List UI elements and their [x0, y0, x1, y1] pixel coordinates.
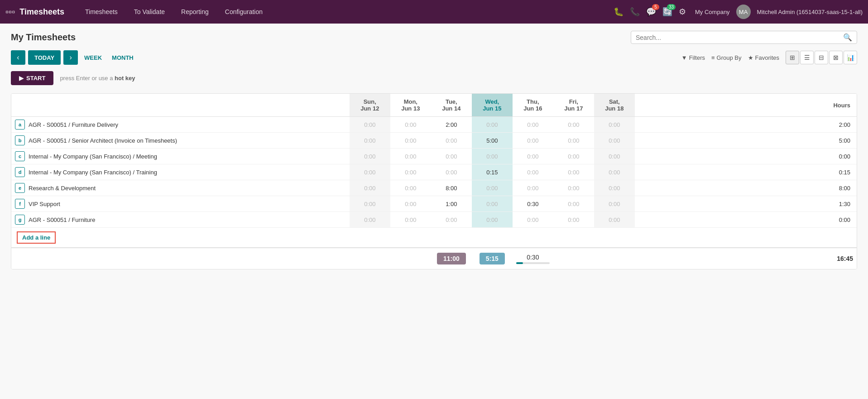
- next-button[interactable]: ›: [63, 50, 78, 65]
- cell-mon[interactable]: 0:00: [390, 196, 431, 212]
- week-view-label: WEEK: [81, 54, 106, 61]
- chart-view-button[interactable]: 📊: [844, 51, 857, 64]
- cell-mon[interactable]: 0:00: [390, 164, 431, 180]
- cell-tue[interactable]: 0:00: [431, 133, 472, 149]
- cell-sat[interactable]: 0:00: [594, 164, 635, 180]
- search-icon[interactable]: 🔍: [843, 33, 852, 42]
- task-cell[interactable]: a AGR - S00051 / Furniture Delivery: [11, 117, 350, 133]
- bug-icon[interactable]: 🐛: [614, 7, 623, 17]
- cell-sun[interactable]: 0:00: [350, 133, 390, 149]
- kanban-view-button[interactable]: ⊞: [786, 51, 799, 64]
- cell-thu[interactable]: 0:00: [513, 212, 553, 228]
- nav-to-validate[interactable]: To Validate: [126, 0, 173, 24]
- cell-thu[interactable]: 0:00: [513, 180, 553, 196]
- nav-menu: Timesheets To Validate Reporting Configu…: [77, 0, 271, 24]
- cell-mon[interactable]: 0:00: [390, 180, 431, 196]
- task-cell[interactable]: e Research & Development: [11, 180, 350, 196]
- cell-fri[interactable]: 0:00: [553, 164, 594, 180]
- cell-sat[interactable]: 0:00: [594, 149, 635, 164]
- cell-thu[interactable]: 0:00: [513, 164, 553, 180]
- task-cell[interactable]: b AGR - S00051 / Senior Architect (Invoi…: [11, 133, 350, 149]
- cell-thu[interactable]: 0:00: [513, 133, 553, 149]
- cell-tue[interactable]: 8:00: [431, 180, 472, 196]
- cell-wed[interactable]: 0:00: [472, 180, 513, 196]
- filters-button[interactable]: ▼ Filters: [681, 54, 705, 61]
- cell-mon[interactable]: 0:00: [390, 117, 431, 133]
- cell-tue[interactable]: 2:00: [431, 117, 472, 133]
- pivot-view-button[interactable]: ⊠: [829, 51, 843, 64]
- phone-icon[interactable]: 📞: [630, 7, 640, 17]
- toolbar-right: ▼ Filters ≡ Group By ★ Favorites ⊞ ☰ ⊟ ⊠…: [681, 51, 857, 64]
- cell-tue[interactable]: 1:00: [431, 196, 472, 212]
- cell-wed[interactable]: 0:00: [472, 196, 513, 212]
- apps-icon[interactable]: ▫▫▫: [5, 7, 15, 17]
- cell-sun[interactable]: 0:00: [350, 117, 390, 133]
- cell-fri[interactable]: 0:00: [553, 180, 594, 196]
- task-cell[interactable]: f VIP Support: [11, 196, 350, 212]
- cell-sun[interactable]: 0:00: [350, 180, 390, 196]
- cell-thu[interactable]: 0:00: [513, 117, 553, 133]
- cell-sat[interactable]: 0:00: [594, 196, 635, 212]
- cell-wed[interactable]: 0:00: [472, 149, 513, 164]
- cell-fri[interactable]: 0:00: [553, 212, 594, 228]
- cell-sun[interactable]: 0:00: [350, 212, 390, 228]
- task-cell[interactable]: c Internal - My Company (San Francisco) …: [11, 149, 350, 164]
- task-cell[interactable]: d Internal - My Company (San Francisco) …: [11, 164, 350, 180]
- favorites-button[interactable]: ★ Favorites: [748, 54, 779, 61]
- search-input[interactable]: [636, 34, 843, 41]
- task-cell[interactable]: g AGR - S00051 / Furniture: [11, 212, 350, 228]
- total-thu: 0:30: [513, 248, 553, 269]
- col-wed: Wed,Jun 15: [472, 94, 513, 117]
- cell-sat[interactable]: 0:00: [594, 133, 635, 149]
- cell-wed[interactable]: 0:00: [472, 212, 513, 228]
- avatar[interactable]: MA: [736, 5, 751, 19]
- cell-sat[interactable]: 0:00: [594, 180, 635, 196]
- cell-sat[interactable]: 0:00: [594, 212, 635, 228]
- cell-mon[interactable]: 0:00: [390, 212, 431, 228]
- prev-button[interactable]: ‹: [11, 50, 25, 65]
- row-label: c: [15, 151, 25, 161]
- cell-wed[interactable]: 5:00: [472, 133, 513, 149]
- cell-fri[interactable]: 0:00: [553, 133, 594, 149]
- settings-icon[interactable]: ⚙: [679, 7, 686, 17]
- table-row: a AGR - S00051 / Furniture Delivery 0:00…: [11, 117, 857, 133]
- add-line-button[interactable]: Add a line: [17, 231, 56, 244]
- table-row: d Internal - My Company (San Francisco) …: [11, 164, 857, 180]
- task-name: Research & Development: [29, 185, 96, 192]
- cell-sun[interactable]: 0:00: [350, 164, 390, 180]
- nav-timesheets[interactable]: Timesheets: [77, 0, 126, 24]
- grid-view-button[interactable]: ⊟: [815, 51, 828, 64]
- col-sat: Sat,Jun 18: [594, 94, 635, 117]
- cell-tue[interactable]: 0:00: [431, 149, 472, 164]
- month-view-label[interactable]: MONTH: [108, 54, 137, 61]
- start-button[interactable]: ▶ START: [11, 71, 53, 85]
- list-view-button[interactable]: ☰: [800, 51, 814, 64]
- group-by-button[interactable]: ≡ Group By: [711, 54, 742, 61]
- cell-tue[interactable]: 0:00: [431, 164, 472, 180]
- chat-icon[interactable]: 💬 5: [646, 7, 656, 17]
- cell-sun[interactable]: 0:00: [350, 196, 390, 212]
- cell-tue[interactable]: 0:00: [431, 212, 472, 228]
- nav-reporting[interactable]: Reporting: [173, 0, 217, 24]
- today-button[interactable]: TODAY: [28, 50, 61, 65]
- add-line-cell: Add a line: [11, 228, 857, 248]
- cell-wed[interactable]: 0:00: [472, 117, 513, 133]
- play-icon: ▶: [19, 75, 24, 82]
- table-row: e Research & Development 0:000:008:000:0…: [11, 180, 857, 196]
- cell-sat[interactable]: 0:00: [594, 117, 635, 133]
- cell-mon[interactable]: 0:00: [390, 149, 431, 164]
- cell-thu[interactable]: 0:30: [513, 196, 553, 212]
- cell-thu[interactable]: 0:00: [513, 149, 553, 164]
- activity-icon[interactable]: 🔄 33: [662, 7, 672, 17]
- row-label: g: [15, 215, 25, 225]
- cell-wed[interactable]: 0:15: [472, 164, 513, 180]
- cell-fri[interactable]: 0:00: [553, 117, 594, 133]
- cell-fri[interactable]: 0:00: [553, 196, 594, 212]
- top-navigation: ▫▫▫ Timesheets Timesheets To Validate Re…: [0, 0, 868, 24]
- nav-configuration[interactable]: Configuration: [217, 0, 271, 24]
- cell-fri[interactable]: 0:00: [553, 149, 594, 164]
- groupby-icon: ≡: [711, 54, 715, 61]
- cell-sun[interactable]: 0:00: [350, 149, 390, 164]
- total-tue-bubble: 11:00: [437, 253, 466, 264]
- cell-mon[interactable]: 0:00: [390, 133, 431, 149]
